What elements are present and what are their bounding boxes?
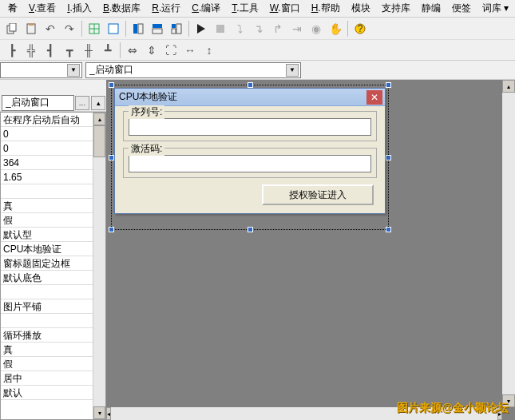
menu-module[interactable]: 模块 <box>347 0 375 17</box>
resize-handle[interactable] <box>386 227 391 232</box>
property-row[interactable]: 0 <box>1 141 93 156</box>
resize-handle[interactable] <box>109 155 114 160</box>
svg-rect-8 <box>133 24 137 34</box>
scroll-down-icon[interactable]: ▾ <box>93 406 105 419</box>
menu-help[interactable]: H.帮助 <box>307 0 345 17</box>
layout3-icon[interactable] <box>168 20 185 38</box>
scroll-track[interactable] <box>502 93 515 394</box>
redo-icon[interactable]: ↷ <box>61 20 78 38</box>
form-body: 序列号: 激活码: 授权验证进入 <box>115 106 385 213</box>
property-object-combo[interactable]: _启动窗口 <box>2 95 74 111</box>
property-head: _启动窗口 … ▴ <box>0 94 106 112</box>
design-canvas[interactable]: CPU本地验证 ✕ 序列号: 激活码: 授权验证进入 ▴ ▾ <box>106 80 515 420</box>
align-left-icon[interactable]: ┣ <box>3 42 21 59</box>
authorize-button[interactable]: 授权验证进入 <box>262 184 374 205</box>
same-size-icon[interactable]: ⛶ <box>162 42 180 59</box>
chevron-down-icon[interactable]: ▼ <box>286 64 299 77</box>
property-row[interactable]: 真 <box>1 199 93 213</box>
property-row[interactable]: 364 <box>1 156 93 170</box>
form-titlebar[interactable]: CPU本地验证 ✕ <box>115 89 385 106</box>
grid-icon[interactable] <box>85 20 103 38</box>
property-row[interactable]: 假 <box>1 357 93 371</box>
copy-icon[interactable] <box>3 20 21 38</box>
menu-note[interactable]: 便签 <box>447 0 476 17</box>
property-row[interactable]: 真 <box>1 343 93 357</box>
property-row[interactable]: 窗标题固定边框 <box>1 256 93 271</box>
property-row[interactable]: 默认型 <box>1 228 93 242</box>
close-icon[interactable]: ✕ <box>366 90 382 105</box>
menu-view[interactable]: V.查看 <box>24 0 61 17</box>
chevron-down-icon[interactable]: ▼ <box>67 64 80 77</box>
play-icon[interactable] <box>192 20 210 38</box>
step-out-icon[interactable]: ↱ <box>269 20 287 38</box>
form-icon[interactable] <box>105 20 122 38</box>
align-right-icon[interactable]: ┫ <box>42 42 59 59</box>
menu-window[interactable]: W.窗口 <box>265 0 305 17</box>
serial-input[interactable] <box>129 118 371 136</box>
design-form[interactable]: CPU本地验证 ✕ 序列号: 激活码: 授权验证进入 <box>114 88 386 214</box>
center-v-icon[interactable]: ↕ <box>200 42 218 59</box>
menu-item[interactable]: 肴 <box>3 0 22 17</box>
menu-run[interactable]: R.运行 <box>147 0 185 17</box>
property-row[interactable]: 循环播放 <box>1 328 93 343</box>
resize-handle[interactable] <box>248 227 253 232</box>
step-icon[interactable]: ⇥ <box>288 20 306 38</box>
menu-compile[interactable]: C.编译 <box>187 0 225 17</box>
align-mid-icon[interactable]: ╫ <box>80 42 97 59</box>
property-row[interactable]: 居中 <box>1 371 93 386</box>
step-into-icon[interactable]: ↴ <box>250 20 267 38</box>
menu-dict[interactable]: 词库 ▾ <box>477 0 513 17</box>
canvas-scroll-v[interactable]: ▴ ▾ <box>502 80 515 407</box>
undo-icon[interactable]: ↶ <box>42 20 59 38</box>
expand-button[interactable]: ▴ <box>91 96 105 110</box>
property-row[interactable] <box>1 184 93 199</box>
separator <box>347 21 348 37</box>
scroll-up-icon[interactable]: ▴ <box>502 80 515 93</box>
toolbar-main: ↶ ↷ ⤵ ↴ ↱ ⇥ ◉ ✋ ? <box>0 18 515 40</box>
step-over-icon[interactable]: ⤵ <box>231 20 248 38</box>
menu-insert[interactable]: I.插入 <box>62 0 97 17</box>
layout1-icon[interactable] <box>129 20 147 38</box>
paste-icon[interactable] <box>22 20 40 38</box>
help-icon[interactable]: ? <box>351 20 369 38</box>
menu-support[interactable]: 支持库 <box>377 0 415 17</box>
align-top-icon[interactable]: ┳ <box>61 42 78 59</box>
property-row[interactable]: 默认底色 <box>1 271 93 285</box>
menu-static[interactable]: 静编 <box>417 0 446 17</box>
align-center-icon[interactable]: ╬ <box>22 42 40 59</box>
resize-handle[interactable] <box>248 82 253 88</box>
scroll-up-icon[interactable]: ▴ <box>93 113 105 125</box>
breakpoint-icon[interactable]: ◉ <box>307 20 325 38</box>
property-row[interactable]: 假 <box>1 213 93 228</box>
resize-handle[interactable] <box>109 82 114 88</box>
scroll-thumb[interactable] <box>93 125 105 157</box>
ellipsis-button[interactable]: … <box>75 96 89 110</box>
center-h-icon[interactable]: ↔ <box>181 42 199 59</box>
separator <box>81 21 82 37</box>
property-row[interactable] <box>1 285 93 299</box>
button-row: 授权验证进入 <box>123 184 377 205</box>
left-combo[interactable]: ▼ <box>0 62 82 78</box>
resize-handle[interactable] <box>386 155 391 160</box>
hand-icon[interactable]: ✋ <box>327 20 344 38</box>
property-row[interactable]: 0 <box>1 127 93 141</box>
main-combo[interactable]: _启动窗口 ▼ <box>85 62 301 78</box>
property-row[interactable]: 图片平铺 <box>1 299 93 314</box>
resize-handle[interactable] <box>386 82 391 88</box>
menu-database[interactable]: B.数据库 <box>98 0 145 17</box>
layout2-icon[interactable] <box>149 20 166 38</box>
align-bottom-icon[interactable]: ┻ <box>99 42 117 59</box>
property-row[interactable]: CPU本地验证 <box>1 242 93 256</box>
same-width-icon[interactable]: ⇔ <box>124 42 141 59</box>
resize-handle[interactable] <box>109 227 114 232</box>
menu-tools[interactable]: T.工具 <box>227 0 263 17</box>
key-input[interactable] <box>129 155 371 172</box>
property-row[interactable]: 默认 <box>1 386 93 400</box>
property-row[interactable]: 1.65 <box>1 170 93 184</box>
same-height-icon[interactable]: ⇕ <box>143 42 160 59</box>
stop-icon[interactable] <box>212 20 229 38</box>
property-row[interactable] <box>1 314 93 328</box>
scroll-track[interactable] <box>93 157 105 406</box>
scrollbar-vertical[interactable]: ▴ ▾ <box>93 113 105 419</box>
property-row[interactable]: 在程序启动后自动 <box>1 113 93 127</box>
